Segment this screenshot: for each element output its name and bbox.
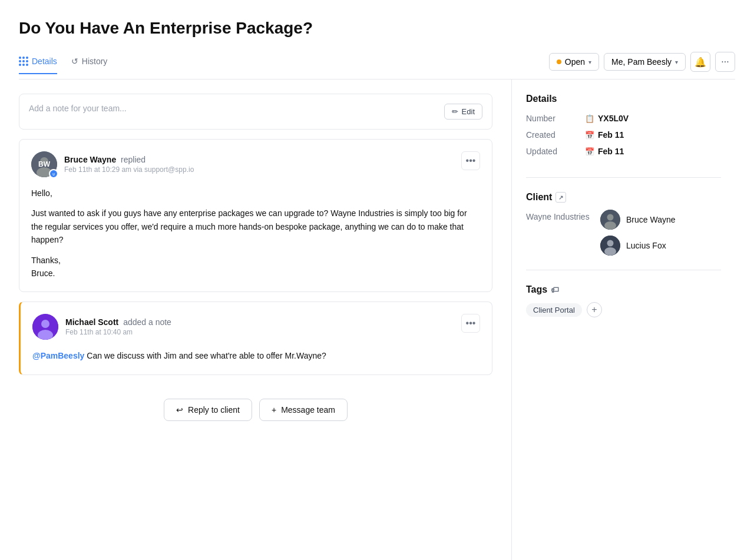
detail-row-created: Created 📅 Feb 11	[526, 130, 721, 140]
reply-icon: ↩	[176, 405, 183, 415]
detail-label-number: Number	[526, 114, 585, 123]
sender-name: Bruce Wayne replied	[64, 155, 194, 164]
message-card: U Bruce Wayne replied Feb 11th at 10:29 …	[19, 139, 492, 292]
history-icon: ↺	[71, 57, 78, 66]
left-content: Add a note for your team... ✏ Edit	[19, 79, 511, 560]
document-icon: 📋	[585, 114, 594, 123]
sidebar-details-section: Details Number 📋 YX5L0V Created 📅 Feb 11	[526, 94, 721, 178]
company-name: Wayne Industries	[526, 210, 591, 221]
page-container: Do You Have An Enterprise Package? Detai…	[0, 0, 754, 560]
client-content: Wayne Industries Bruce Wayne	[526, 210, 721, 256]
edit-label: Edit	[462, 107, 475, 116]
message-sender: U Bruce Wayne replied Feb 11th at 10:29 …	[31, 151, 194, 177]
note-message-card: Michael Scott added a note Feb 11th at 1…	[19, 301, 492, 375]
tab-details-label: Details	[32, 57, 57, 66]
svg-point-1	[40, 157, 48, 165]
svg-point-6	[41, 320, 49, 328]
avatar	[32, 314, 58, 340]
ellipsis-icon: ···	[721, 57, 729, 67]
note-area: Add a note for your team... ✏ Edit	[19, 94, 492, 130]
detail-row-updated: Updated 📅 Feb 11	[526, 147, 721, 156]
tab-history-label: History	[82, 57, 108, 66]
status-dot	[557, 59, 561, 64]
message-more-button[interactable]: •••	[461, 314, 480, 333]
note-placeholder[interactable]: Add a note for your team...	[29, 104, 127, 113]
contact-name: Lucius Fox	[626, 241, 666, 250]
grid-icon	[19, 57, 28, 66]
message-header: U Bruce Wayne replied Feb 11th at 10:29 …	[31, 151, 480, 177]
sidebar-client-section: Client ↗ Wayne Industries	[526, 192, 721, 270]
more-options-button[interactable]: ···	[715, 52, 735, 72]
top-bar: Details ↺ History Open ▾ Me, Pam Beesly …	[19, 52, 735, 79]
message-team-label: Message team	[281, 405, 335, 415]
external-link-icon[interactable]: ↗	[555, 192, 566, 203]
detail-label-updated: Updated	[526, 147, 585, 156]
calendar-icon: 📅	[585, 131, 594, 140]
message-body: @PamBeesly Can we discuss with Jim and s…	[32, 349, 480, 362]
add-tag-button[interactable]: +	[587, 302, 602, 317]
main-layout: Add a note for your team... ✏ Edit	[19, 79, 735, 560]
grid-dots-icon	[19, 57, 28, 66]
tags-row: Client Portal +	[526, 302, 721, 317]
contact-item: Bruce Wayne	[600, 210, 676, 230]
tag-chip: Client Portal	[526, 303, 582, 317]
sender-info: Michael Scott added a note Feb 11th at 1…	[65, 317, 171, 336]
sender-time: Feb 11th at 10:40 am	[65, 328, 171, 336]
sender-info: Bruce Wayne replied Feb 11th at 10:29 am…	[64, 155, 194, 174]
detail-value-updated: 📅 Feb 11	[585, 147, 624, 156]
client-contacts: Bruce Wayne Lucius Fox	[600, 210, 676, 256]
sidebar-details-title: Details	[526, 94, 721, 104]
tab-details[interactable]: Details	[19, 57, 57, 74]
contact-avatar-bruce	[600, 210, 620, 230]
message-more-button[interactable]: •••	[461, 151, 480, 170]
avatar-wrap	[32, 314, 58, 340]
top-actions: Open ▾ Me, Pam Beesly ▾ 🔔 ···	[549, 52, 735, 79]
edit-button[interactable]: ✏ Edit	[444, 104, 482, 120]
tag-icon: 🏷	[551, 285, 559, 294]
assignee-label: Me, Pam Beesly	[611, 57, 672, 67]
reply-client-label: Reply to client	[188, 405, 240, 415]
client-section-title: Client ↗	[526, 192, 721, 203]
svg-point-9	[607, 214, 614, 221]
svg-text:U: U	[52, 173, 55, 176]
more-dots-icon: •••	[466, 318, 476, 329]
plus-icon: +	[272, 405, 276, 415]
message-body: Hello, Just wanted to ask if you guys ha…	[31, 187, 480, 280]
status-button[interactable]: Open ▾	[549, 53, 599, 71]
more-dots-icon: •••	[466, 155, 476, 166]
sender-name: Michael Scott added a note	[65, 317, 171, 327]
calendar-icon: 📅	[585, 147, 594, 156]
detail-value-created: 📅 Feb 11	[585, 130, 624, 140]
message-header: Michael Scott added a note Feb 11th at 1…	[32, 314, 480, 340]
detail-row-number: Number 📋 YX5L0V	[526, 114, 721, 123]
detail-value-number: 📋 YX5L0V	[585, 114, 629, 123]
svg-point-13	[604, 247, 616, 256]
reply-client-button[interactable]: ↩ Reply to client	[164, 399, 252, 421]
tags-title: Tags 🏷	[526, 284, 721, 295]
bottom-actions: ↩ Reply to client + Message team	[19, 385, 492, 440]
sidebar-tags-section: Tags 🏷 Client Portal +	[526, 284, 721, 332]
chevron-down-icon: ▾	[588, 59, 591, 65]
tab-bar: Details ↺ History	[19, 57, 107, 74]
status-label: Open	[565, 57, 585, 67]
svg-point-12	[607, 240, 614, 247]
chevron-down-icon: ▾	[675, 59, 678, 65]
contact-name: Bruce Wayne	[626, 215, 676, 224]
message-sender: Michael Scott added a note Feb 11th at 1…	[32, 314, 171, 340]
message-team-button[interactable]: + Message team	[259, 399, 348, 421]
sender-time: Feb 11th at 10:29 am via support@spp.io	[64, 165, 194, 174]
edit-icon: ✏	[452, 107, 458, 116]
client-badge-icon: U	[49, 169, 58, 178]
svg-point-10	[604, 221, 616, 230]
avatar-wrap: U	[31, 151, 57, 177]
contact-avatar-lucius	[600, 236, 620, 256]
assignee-button[interactable]: Me, Pam Beesly ▾	[604, 53, 686, 71]
notification-button[interactable]: 🔔	[690, 52, 710, 72]
page-title: Do You Have An Enterprise Package?	[19, 19, 735, 38]
plus-icon: +	[591, 304, 597, 315]
contact-item: Lucius Fox	[600, 236, 676, 256]
right-sidebar: Details Number 📋 YX5L0V Created 📅 Feb 11	[511, 79, 735, 560]
bell-icon: 🔔	[695, 57, 706, 68]
tab-history[interactable]: ↺ History	[71, 57, 108, 74]
detail-label-created: Created	[526, 130, 585, 140]
